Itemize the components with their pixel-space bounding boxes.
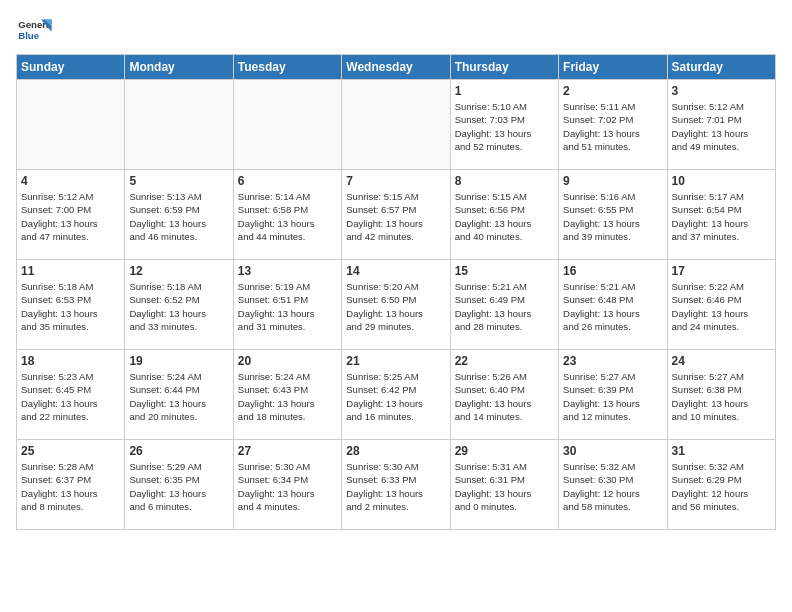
calendar-cell: 12Sunrise: 5:18 AM Sunset: 6:52 PM Dayli… [125,260,233,350]
day-number: 5 [129,174,228,188]
calendar-cell: 23Sunrise: 5:27 AM Sunset: 6:39 PM Dayli… [559,350,667,440]
calendar-cell [17,80,125,170]
day-number: 15 [455,264,554,278]
day-number: 24 [672,354,771,368]
day-info: Sunrise: 5:32 AM Sunset: 6:29 PM Dayligh… [672,460,771,513]
day-number: 19 [129,354,228,368]
calendar-cell: 29Sunrise: 5:31 AM Sunset: 6:31 PM Dayli… [450,440,558,530]
day-info: Sunrise: 5:15 AM Sunset: 6:56 PM Dayligh… [455,190,554,243]
day-info: Sunrise: 5:11 AM Sunset: 7:02 PM Dayligh… [563,100,662,153]
day-info: Sunrise: 5:22 AM Sunset: 6:46 PM Dayligh… [672,280,771,333]
column-header-tuesday: Tuesday [233,55,341,80]
calendar-cell: 13Sunrise: 5:19 AM Sunset: 6:51 PM Dayli… [233,260,341,350]
calendar-cell: 8Sunrise: 5:15 AM Sunset: 6:56 PM Daylig… [450,170,558,260]
day-info: Sunrise: 5:18 AM Sunset: 6:52 PM Dayligh… [129,280,228,333]
day-number: 10 [672,174,771,188]
column-header-sunday: Sunday [17,55,125,80]
calendar-cell: 25Sunrise: 5:28 AM Sunset: 6:37 PM Dayli… [17,440,125,530]
calendar-cell: 30Sunrise: 5:32 AM Sunset: 6:30 PM Dayli… [559,440,667,530]
column-header-thursday: Thursday [450,55,558,80]
calendar-cell: 16Sunrise: 5:21 AM Sunset: 6:48 PM Dayli… [559,260,667,350]
calendar-cell: 7Sunrise: 5:15 AM Sunset: 6:57 PM Daylig… [342,170,450,260]
logo: General Blue [16,16,58,44]
calendar-cell: 20Sunrise: 5:24 AM Sunset: 6:43 PM Dayli… [233,350,341,440]
day-number: 20 [238,354,337,368]
day-info: Sunrise: 5:25 AM Sunset: 6:42 PM Dayligh… [346,370,445,423]
calendar-cell: 21Sunrise: 5:25 AM Sunset: 6:42 PM Dayli… [342,350,450,440]
day-info: Sunrise: 5:17 AM Sunset: 6:54 PM Dayligh… [672,190,771,243]
day-info: Sunrise: 5:31 AM Sunset: 6:31 PM Dayligh… [455,460,554,513]
calendar-cell: 26Sunrise: 5:29 AM Sunset: 6:35 PM Dayli… [125,440,233,530]
calendar-cell: 19Sunrise: 5:24 AM Sunset: 6:44 PM Dayli… [125,350,233,440]
calendar-cell: 27Sunrise: 5:30 AM Sunset: 6:34 PM Dayli… [233,440,341,530]
day-number: 12 [129,264,228,278]
day-info: Sunrise: 5:27 AM Sunset: 6:39 PM Dayligh… [563,370,662,423]
calendar-cell [233,80,341,170]
day-number: 30 [563,444,662,458]
day-number: 7 [346,174,445,188]
page-header: General Blue [16,16,776,44]
day-number: 22 [455,354,554,368]
day-number: 14 [346,264,445,278]
day-number: 31 [672,444,771,458]
calendar-cell: 4Sunrise: 5:12 AM Sunset: 7:00 PM Daylig… [17,170,125,260]
day-info: Sunrise: 5:29 AM Sunset: 6:35 PM Dayligh… [129,460,228,513]
day-info: Sunrise: 5:12 AM Sunset: 7:00 PM Dayligh… [21,190,120,243]
calendar-cell: 5Sunrise: 5:13 AM Sunset: 6:59 PM Daylig… [125,170,233,260]
day-info: Sunrise: 5:14 AM Sunset: 6:58 PM Dayligh… [238,190,337,243]
calendar-cell: 14Sunrise: 5:20 AM Sunset: 6:50 PM Dayli… [342,260,450,350]
day-info: Sunrise: 5:13 AM Sunset: 6:59 PM Dayligh… [129,190,228,243]
day-info: Sunrise: 5:21 AM Sunset: 6:48 PM Dayligh… [563,280,662,333]
day-number: 16 [563,264,662,278]
day-info: Sunrise: 5:18 AM Sunset: 6:53 PM Dayligh… [21,280,120,333]
day-info: Sunrise: 5:21 AM Sunset: 6:49 PM Dayligh… [455,280,554,333]
calendar-cell: 9Sunrise: 5:16 AM Sunset: 6:55 PM Daylig… [559,170,667,260]
day-info: Sunrise: 5:26 AM Sunset: 6:40 PM Dayligh… [455,370,554,423]
day-number: 28 [346,444,445,458]
calendar-cell: 2Sunrise: 5:11 AM Sunset: 7:02 PM Daylig… [559,80,667,170]
day-info: Sunrise: 5:27 AM Sunset: 6:38 PM Dayligh… [672,370,771,423]
day-number: 13 [238,264,337,278]
day-number: 11 [21,264,120,278]
column-header-monday: Monday [125,55,233,80]
day-info: Sunrise: 5:15 AM Sunset: 6:57 PM Dayligh… [346,190,445,243]
day-info: Sunrise: 5:32 AM Sunset: 6:30 PM Dayligh… [563,460,662,513]
calendar-cell: 3Sunrise: 5:12 AM Sunset: 7:01 PM Daylig… [667,80,775,170]
calendar-cell: 6Sunrise: 5:14 AM Sunset: 6:58 PM Daylig… [233,170,341,260]
column-header-saturday: Saturday [667,55,775,80]
day-number: 4 [21,174,120,188]
day-info: Sunrise: 5:20 AM Sunset: 6:50 PM Dayligh… [346,280,445,333]
day-number: 9 [563,174,662,188]
calendar-cell: 18Sunrise: 5:23 AM Sunset: 6:45 PM Dayli… [17,350,125,440]
calendar-cell: 10Sunrise: 5:17 AM Sunset: 6:54 PM Dayli… [667,170,775,260]
day-info: Sunrise: 5:24 AM Sunset: 6:43 PM Dayligh… [238,370,337,423]
day-number: 25 [21,444,120,458]
column-header-wednesday: Wednesday [342,55,450,80]
day-info: Sunrise: 5:24 AM Sunset: 6:44 PM Dayligh… [129,370,228,423]
day-info: Sunrise: 5:12 AM Sunset: 7:01 PM Dayligh… [672,100,771,153]
calendar-cell: 15Sunrise: 5:21 AM Sunset: 6:49 PM Dayli… [450,260,558,350]
day-number: 21 [346,354,445,368]
day-info: Sunrise: 5:19 AM Sunset: 6:51 PM Dayligh… [238,280,337,333]
calendar-cell [125,80,233,170]
calendar-cell: 22Sunrise: 5:26 AM Sunset: 6:40 PM Dayli… [450,350,558,440]
day-info: Sunrise: 5:23 AM Sunset: 6:45 PM Dayligh… [21,370,120,423]
calendar-cell: 31Sunrise: 5:32 AM Sunset: 6:29 PM Dayli… [667,440,775,530]
calendar-cell: 17Sunrise: 5:22 AM Sunset: 6:46 PM Dayli… [667,260,775,350]
day-number: 17 [672,264,771,278]
logo-icon: General Blue [16,16,52,44]
day-number: 18 [21,354,120,368]
calendar-cell [342,80,450,170]
day-number: 23 [563,354,662,368]
calendar-cell: 28Sunrise: 5:30 AM Sunset: 6:33 PM Dayli… [342,440,450,530]
calendar-cell: 24Sunrise: 5:27 AM Sunset: 6:38 PM Dayli… [667,350,775,440]
day-info: Sunrise: 5:10 AM Sunset: 7:03 PM Dayligh… [455,100,554,153]
calendar-cell: 1Sunrise: 5:10 AM Sunset: 7:03 PM Daylig… [450,80,558,170]
column-header-friday: Friday [559,55,667,80]
svg-text:Blue: Blue [18,30,39,41]
day-number: 6 [238,174,337,188]
day-number: 2 [563,84,662,98]
day-info: Sunrise: 5:28 AM Sunset: 6:37 PM Dayligh… [21,460,120,513]
calendar-cell: 11Sunrise: 5:18 AM Sunset: 6:53 PM Dayli… [17,260,125,350]
day-number: 26 [129,444,228,458]
